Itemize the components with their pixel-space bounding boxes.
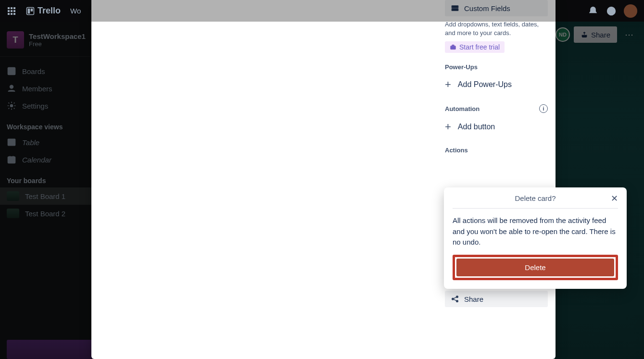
svg-rect-8 [13, 13, 15, 15]
actions-heading: Actions [445, 147, 548, 154]
plus-icon: + [445, 78, 451, 91]
svg-rect-1 [11, 7, 13, 9]
svg-rect-5 [13, 10, 15, 12]
share-icon [451, 295, 459, 303]
card-main-area [91, 0, 445, 359]
svg-rect-4 [11, 10, 13, 12]
delete-confirm-popover: Delete card? ✕ All actions will be remov… [444, 187, 627, 289]
top-header: Trello Wo [0, 0, 644, 22]
logo-text: Trello [38, 6, 61, 16]
svg-rect-10 [28, 8, 30, 13]
briefcase-icon [450, 44, 456, 50]
svg-line-32 [454, 297, 456, 299]
svg-rect-28 [451, 46, 456, 50]
powerups-heading: Power-Ups [445, 63, 548, 71]
svg-rect-2 [13, 7, 15, 9]
card-modal: Custom Fields Add dropdowns, text fields… [91, 0, 556, 359]
svg-rect-3 [8, 10, 10, 12]
notification-icon[interactable] [585, 3, 601, 19]
card-side-panel: Custom Fields Add dropdowns, text fields… [445, 0, 556, 359]
share-label: Share [464, 295, 483, 303]
share-card-button[interactable]: Share [445, 291, 548, 307]
svg-line-33 [454, 299, 456, 301]
popover-body: All actions will be removed from the act… [453, 209, 618, 255]
add-powerups-label: Add Power-Ups [458, 80, 512, 89]
confirm-delete-button[interactable]: Delete [456, 259, 614, 276]
add-automation-button[interactable]: + Add button [445, 118, 548, 136]
svg-rect-11 [31, 8, 33, 11]
automation-heading: Automation i [445, 104, 548, 113]
custom-fields-hint: Add dropdowns, text fields, dates, and m… [445, 20, 548, 37]
trello-icon [26, 7, 35, 15]
svg-rect-0 [8, 7, 10, 9]
apps-switcher-icon[interactable] [4, 3, 19, 19]
help-icon[interactable] [604, 3, 619, 19]
start-trial-button[interactable]: Start free trial [445, 41, 505, 53]
add-powerups-button[interactable]: + Add Power-Ups [445, 75, 548, 94]
svg-rect-6 [8, 13, 10, 15]
svg-point-13 [611, 13, 612, 13]
plus-icon: + [445, 121, 451, 133]
svg-rect-7 [11, 13, 13, 15]
popover-title: Delete card? ✕ [453, 194, 618, 209]
info-icon[interactable]: i [539, 104, 548, 113]
trello-logo[interactable]: Trello [22, 6, 64, 16]
add-button-label: Add button [458, 123, 495, 131]
user-avatar[interactable] [624, 4, 637, 18]
workspaces-dropdown[interactable]: Wo [67, 7, 84, 15]
close-icon[interactable]: ✕ [611, 194, 618, 203]
trial-label: Start free trial [459, 43, 500, 51]
